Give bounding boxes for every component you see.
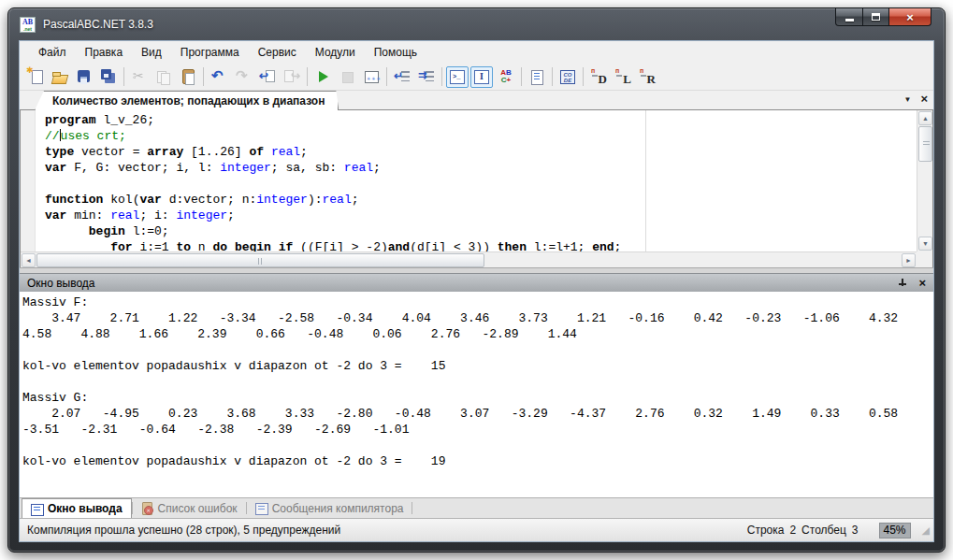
resize-grip[interactable]: ◢: [922, 524, 930, 537]
minimize-button[interactable]: [835, 8, 863, 26]
output-window[interactable]: Massiv F: 3.47 2.71 1.22 -3.34 -2.58 -0.…: [20, 292, 933, 498]
toolbar-separator: [552, 67, 553, 86]
paste-icon: [180, 68, 196, 85]
bottom-tab-bar: Окно выводаСписок ошибокСообщения компил…: [20, 498, 933, 519]
indent-left-button[interactable]: [391, 66, 413, 88]
save-button[interactable]: [73, 66, 95, 88]
code-editor[interactable]: program l_v_26;//uses crt;type vector = …: [20, 110, 933, 267]
code-line: var min: real; i: integer;: [45, 208, 917, 223]
menu-item[interactable]: Сервис: [249, 43, 306, 62]
close-button[interactable]: ×: [889, 8, 931, 26]
code-area[interactable]: program l_v_26;//uses crt;type vector = …: [36, 110, 917, 251]
output-line: [22, 438, 933, 453]
editor-horizontal-scrollbar[interactable]: ◄ ►: [21, 251, 917, 267]
output-panel-title: Окно вывода: [27, 277, 95, 290]
editor-gutter: [21, 110, 36, 251]
bottom-tab-errors[interactable]: Список ошибок: [133, 498, 246, 518]
output-line: kol-vo elementov popadaushix v diapazon …: [22, 453, 933, 469]
output-line: -3.51 -2.31 -0.64 -2.38 -2.39 -2.69 -1.0…: [22, 422, 933, 438]
bottom-tab-label: Список ошибок: [158, 502, 238, 515]
code-line: function kol(var d:vector; n:integer):re…: [45, 192, 917, 208]
menu-item[interactable]: Программа: [171, 43, 249, 62]
code-line: [45, 176, 917, 192]
window-content: ФайлПравкаВидПрограммаСервисМодулиПомощь…: [19, 40, 934, 542]
language-switch-button[interactable]: ABC+: [495, 66, 517, 88]
bottom-tab-output[interactable]: Окно вывода: [22, 498, 132, 518]
menu-item[interactable]: Файл: [29, 43, 76, 62]
undo-icon: [210, 68, 227, 85]
maximize-button[interactable]: [863, 8, 889, 26]
output-line: 3.47 2.71 1.22 -3.34 -2.58 -0.34 4.04 3.…: [22, 310, 933, 326]
scroll-left-icon[interactable]: ◄: [22, 253, 36, 267]
title-bar: AB .net PascalABC.NET 3.8.3 ×: [8, 8, 945, 40]
vertical-scroll-thumb[interactable]: [918, 126, 932, 162]
console-window-icon: [449, 68, 466, 85]
menu-item[interactable]: Помощь: [365, 43, 426, 62]
indent-right-button[interactable]: [415, 66, 438, 88]
toggle-text-window-button[interactable]: [470, 66, 493, 88]
format-code-button[interactable]: [526, 66, 548, 88]
horizontal-scroll-thumb[interactable]: [36, 253, 484, 267]
toolbar: ABC+CODEпDпLпR: [20, 64, 933, 91]
code-line: type vector = array [1..26] of real;: [45, 144, 917, 160]
output-line: 4.58 4.88 1.66 2.39 0.66 -0.48 0.06 2.76…: [22, 326, 933, 342]
window-controls: ×: [835, 8, 931, 26]
show-output-button[interactable]: [360, 66, 383, 88]
template-l-button[interactable]: пL: [612, 66, 634, 88]
status-bar: Компиляция прошла успешно (28 строк), 5 …: [20, 519, 933, 541]
redo-icon: [235, 68, 252, 85]
menu-item[interactable]: Модули: [306, 43, 365, 62]
open-file-button[interactable]: [49, 66, 71, 88]
tab-close-icon[interactable]: ×: [920, 93, 928, 106]
toggle-console-button[interactable]: [446, 66, 469, 88]
logo-top: AB: [22, 18, 33, 26]
code-line: program l_v_26;: [45, 112, 917, 128]
cut-button[interactable]: [128, 66, 151, 88]
bottom-tab-compiler-messages[interactable]: Сообщения компилятора: [247, 498, 412, 518]
menu-bar: ФайлПравкаВидПрограммаСервисМодулиПомощь: [20, 41, 933, 64]
menu-item[interactable]: Вид: [132, 43, 171, 62]
nav-forward-button[interactable]: [281, 66, 303, 88]
logo-bottom: .net: [23, 26, 32, 32]
output-line: kol-vo elementov popadaushix v diapazon …: [22, 358, 933, 374]
editor-tab[interactable]: Количество элементов; попадающих в диапа…: [35, 91, 339, 110]
tab-list-dropdown-icon[interactable]: ▼: [903, 95, 911, 104]
bottom-tab-label: Сообщения компилятора: [272, 502, 404, 515]
code-templates-button[interactable]: CODE: [556, 66, 579, 88]
unindent-icon: [394, 68, 411, 85]
template-d-button[interactable]: пD: [587, 66, 610, 88]
nav-back-button[interactable]: [256, 66, 279, 88]
bottom-tab-label: Окно вывода: [48, 502, 123, 515]
abc-plus-icon: ABC+: [498, 68, 514, 85]
new-file-button[interactable]: [24, 66, 47, 88]
run-icon: [314, 68, 331, 85]
output-close-icon[interactable]: ×: [918, 278, 926, 289]
undo-button[interactable]: [208, 66, 230, 88]
icon-text-bottom: DE: [564, 78, 571, 83]
scroll-down-icon[interactable]: ▼: [918, 237, 932, 251]
save-all-button[interactable]: [97, 66, 120, 88]
code-line: var F, G: vector; i, l: integer; sa, sb:…: [45, 160, 917, 176]
pin-icon[interactable]: [898, 278, 907, 289]
save-all-icon: [100, 68, 117, 85]
toolbar-separator: [386, 67, 387, 86]
editor-tab-label: Количество элементов; попадающих в диапа…: [52, 94, 325, 108]
editor-vertical-scrollbar[interactable]: ▲ ▼: [917, 110, 932, 251]
scroll-right-icon[interactable]: ►: [902, 253, 916, 267]
menu-item[interactable]: Правка: [76, 43, 133, 62]
zoom-level[interactable]: 45%: [879, 523, 911, 538]
icon-mark: п: [640, 67, 643, 74]
redo-button[interactable]: [232, 66, 254, 88]
icon-letter: R: [647, 72, 656, 87]
code-line: //uses crt;: [45, 128, 917, 144]
template-d-icon: пD: [590, 68, 607, 85]
copy-button[interactable]: [152, 66, 175, 88]
stop-button[interactable]: [336, 66, 358, 88]
toolbar-separator: [521, 67, 522, 86]
template-r-button[interactable]: пR: [636, 66, 658, 88]
window-title: PascalABC.NET 3.8.3: [43, 18, 153, 31]
run-button[interactable]: [311, 66, 334, 88]
paste-button[interactable]: [177, 66, 199, 88]
scroll-up-icon[interactable]: ▲: [918, 111, 932, 125]
template-l-icon: пL: [614, 68, 631, 85]
